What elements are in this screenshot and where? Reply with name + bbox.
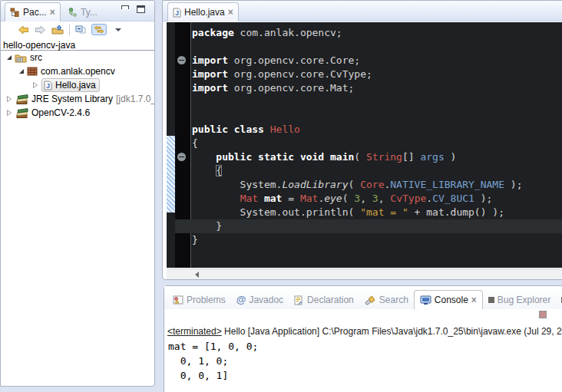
- library-icon: [15, 108, 28, 118]
- tree-item-project[interactable]: hello-opencv-java: [1, 38, 154, 49]
- tab-declaration[interactable]: Declaration: [289, 291, 359, 309]
- horizontal-scrollbar[interactable]: [167, 268, 562, 279]
- code-line: import org.opencv.core.Core;: [192, 54, 562, 68]
- chevron-expanded-icon[interactable]: [19, 69, 24, 74]
- view-menu-icon[interactable]: [115, 28, 121, 31]
- code-line: [192, 109, 562, 123]
- maximize-icon[interactable]: [137, 5, 145, 13]
- project-tree: hello-opencv-java src com.anlak.opencv J: [1, 38, 154, 120]
- tab-console[interactable]: Console: [414, 290, 483, 310]
- tree-item-label: JRE System Library: [31, 94, 113, 104]
- close-icon[interactable]: [471, 296, 477, 304]
- tab-label: Javadoc: [249, 295, 283, 305]
- tab-bug-explorer[interactable]: Bug Explorer: [483, 291, 556, 309]
- console-output[interactable]: mat = [1, 0, 0; 0, 1, 0; 0, 0, 1]: [164, 339, 562, 383]
- code-line: import org.opencv.core.CvType;: [192, 68, 562, 81]
- code-line: }: [192, 219, 562, 233]
- chevron-expanded-icon[interactable]: [7, 55, 12, 60]
- package-icon: [27, 67, 38, 76]
- chevron-collapsed-icon[interactable]: [6, 95, 12, 103]
- tree-item-src[interactable]: src: [1, 51, 154, 64]
- svg-text:J: J: [175, 9, 179, 17]
- tree-selection: J Hello.java: [41, 78, 100, 92]
- tab-label: Problems: [187, 295, 226, 305]
- code-line: [192, 40, 562, 54]
- tab-label: Console: [435, 295, 468, 305]
- tree-item-opencv-library[interactable]: OpenCV-2.4.6: [1, 106, 154, 120]
- close-icon[interactable]: [228, 8, 233, 16]
- library-icon: [15, 94, 28, 104]
- console-output-line: 0, 1, 0;: [168, 354, 562, 368]
- annotation-ruler: [167, 22, 175, 268]
- svg-text:J: J: [46, 82, 50, 90]
- tab-type-hierarchy[interactable]: Ty...: [64, 2, 102, 21]
- forward-arrow-icon[interactable]: [35, 25, 46, 35]
- chevron-collapsed-icon[interactable]: [6, 109, 12, 117]
- view-window-buttons: [121, 5, 145, 13]
- tab-search[interactable]: Search: [359, 291, 414, 309]
- quickdiff-changed-lines: [167, 136, 175, 212]
- editor-area: J Hello.java package com.anlak.opencv;im…: [162, 0, 562, 280]
- problems-icon: [173, 295, 183, 305]
- editor-code-lines[interactable]: package com.anlak.opencv;import org.open…: [192, 26, 562, 247]
- code-line: {: [192, 164, 562, 178]
- tree-item-package[interactable]: com.anlak.opencv: [1, 64, 154, 78]
- package-explorer-icon: [10, 8, 20, 17]
- editor-tab-label: Hello.java: [184, 7, 225, 18]
- tree-item-hello-java[interactable]: J Hello.java: [1, 78, 154, 92]
- java-file-icon: J: [44, 81, 52, 91]
- package-folder-icon: [15, 53, 27, 63]
- javadoc-icon: @: [236, 295, 246, 305]
- declaration-icon: [294, 295, 304, 305]
- code-line: import org.opencv.core.Mat;: [192, 81, 562, 95]
- code-line: Mat mat = Mat.eye( 3, 3, CvType.CV_8UC1 …: [192, 192, 562, 206]
- tree-item-label: Hello.java: [55, 80, 96, 91]
- tab-label: Ty...: [81, 7, 98, 18]
- fold-collapse-icon[interactable]: [177, 153, 186, 161]
- tab-problems[interactable]: Problems: [167, 291, 231, 309]
- code-editor: package com.anlak.opencv;import org.open…: [167, 22, 562, 268]
- console-status-line: <terminated> Hello [Java Application] C:…: [164, 326, 562, 337]
- tree-item-label: OpenCV-2.4.6: [31, 107, 90, 118]
- minimize-icon[interactable]: [121, 5, 129, 9]
- terminated-label: <terminated>: [167, 326, 222, 337]
- code-line: public static void main( String[] args ): [192, 150, 562, 164]
- type-hierarchy-icon: [68, 8, 78, 17]
- package-explorer-toolbar: [1, 21, 154, 38]
- scroll-left-arrow-icon[interactable]: [195, 272, 199, 278]
- go-up-folder-icon[interactable]: [51, 25, 64, 35]
- tab-bug[interactable]: Bug: [556, 291, 562, 309]
- tab-package-explorer[interactable]: Pac...: [5, 2, 61, 21]
- tree-item-label: src: [30, 52, 42, 63]
- chevron-collapsed-icon[interactable]: [32, 81, 38, 89]
- code-line: System.out.println( "mat = " + mat.dump(…: [192, 206, 562, 219]
- tab-label: Search: [379, 295, 408, 305]
- launch-description: Hello [Java Application] C:\Program File…: [222, 326, 562, 337]
- tab-javadoc[interactable]: @ Javadoc: [231, 291, 289, 309]
- editor-tab-hello-java[interactable]: J Hello.java: [167, 2, 239, 21]
- console-icon: [420, 295, 431, 305]
- close-icon[interactable]: [50, 8, 55, 16]
- code-line: System.LoadLibrary( Core.NATIVE_LIBRARY_…: [192, 178, 562, 192]
- console-output-line: 0, 0, 1]: [168, 368, 562, 383]
- tree-item-label: com.anlak.opencv: [41, 66, 115, 77]
- java-file-icon: J: [173, 8, 181, 18]
- code-line: }: [192, 233, 562, 247]
- code-line: package com.anlak.opencv;: [192, 26, 562, 40]
- terminate-button[interactable]: [539, 311, 547, 318]
- tab-label: Bug Explorer: [498, 295, 550, 305]
- collapse-all-icon[interactable]: [75, 25, 86, 35]
- package-explorer-view: Pac... Ty...: [0, 0, 155, 387]
- fold-collapse-icon[interactable]: [177, 56, 186, 64]
- back-arrow-icon[interactable]: [18, 25, 29, 35]
- code-line: [192, 95, 562, 109]
- bug-icon: [488, 297, 494, 303]
- code-line: {: [192, 137, 562, 150]
- console-tabbar: Problems @ Javadoc Declaration Search Co…: [164, 286, 562, 309]
- tree-item-suffix: [jdk1.7.0_25]: [116, 94, 154, 104]
- link-with-editor-icon[interactable]: [91, 24, 107, 35]
- tab-label: Declaration: [307, 295, 354, 305]
- tree-item-jre-library[interactable]: JRE System Library [jdk1.7.0_25]: [1, 92, 154, 106]
- editor-tabbar: J Hello.java: [163, 1, 562, 21]
- code-line: public class Hello: [192, 123, 562, 137]
